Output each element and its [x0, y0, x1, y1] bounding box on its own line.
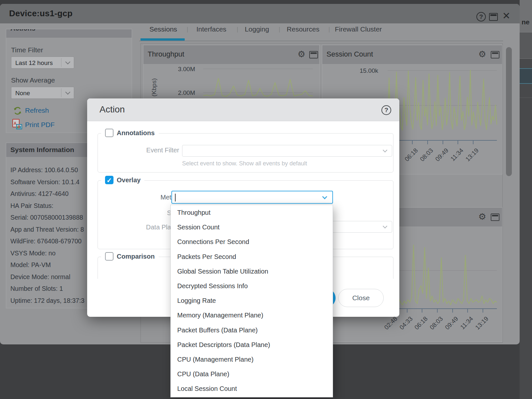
dropdown-item[interactable]: Packet Descriptors (Data Plane): [171, 338, 333, 352]
refresh-link[interactable]: Refresh: [25, 107, 49, 114]
divider: [520, 97, 532, 98]
comparison-legend: Comparison: [101, 252, 159, 261]
event-filter-helper-text: Select event to show. Show all events by…: [182, 160, 307, 167]
print-pdf-icon: A: [12, 119, 23, 130]
annotations-fieldset: Annotations Event Filter Select event to…: [98, 133, 393, 173]
tab-firewall-cluster[interactable]: Firewall Cluster: [335, 25, 382, 33]
system-info-row: Number of Slots: 1: [10, 285, 63, 292]
throughput-panel-header: Throughput ⚙: [143, 45, 319, 64]
dropdown-item[interactable]: Decrypted Sessions Info: [171, 279, 333, 293]
y-tick-label: 3.00M: [169, 66, 195, 73]
dropdown-item[interactable]: Local Session Count: [171, 381, 333, 396]
session-count-panel-title: Session Count: [326, 50, 373, 58]
system-info-row: Serial: 007058000139888: [10, 214, 83, 221]
tab-sessions[interactable]: Sessions: [149, 25, 177, 33]
gear-icon[interactable]: ⚙: [298, 50, 305, 59]
dropdown-item[interactable]: CPU (Data Plane): [171, 367, 333, 381]
tab-interfaces[interactable]: Interfaces: [196, 25, 226, 33]
gear-icon[interactable]: ⚙: [478, 50, 486, 59]
tab-separator: |: [187, 26, 188, 33]
restore-window-icon[interactable]: [489, 13, 498, 21]
popout-icon[interactable]: [309, 51, 318, 58]
overlay-label: Overlay: [117, 176, 140, 184]
window-titlebar: Device:us1-gcp ? ✕: [0, 4, 520, 23]
metric-dropdown-list: ThroughputSession CountConnections Per S…: [170, 205, 333, 397]
throughput-panel-title: Throughput: [148, 50, 184, 58]
show-average-select[interactable]: None: [11, 87, 74, 99]
session-count-chart: [388, 65, 497, 145]
vertical-scrollbar-thumb[interactable]: [506, 47, 512, 176]
close-button[interactable]: Close: [338, 289, 384, 307]
system-info-row: Device Mode: normal: [10, 273, 70, 281]
active-tab-underline: [140, 38, 185, 41]
actions-panel-header: Actions: [6, 29, 132, 38]
tab-separator: |: [328, 26, 330, 33]
event-filter-label: Event Filter: [121, 147, 179, 154]
text-caret: [175, 194, 176, 201]
dropdown-item[interactable]: CPU (Management Plane): [171, 352, 333, 367]
background-page-strip: ne (%): [520, 0, 532, 399]
dropdown-item[interactable]: Throughput: [171, 205, 333, 220]
gear-icon[interactable]: ⚙: [478, 212, 486, 221]
system-info-row: WildFire: 676408-679700: [10, 238, 82, 245]
overlay-checkbox[interactable]: ✓: [105, 176, 113, 184]
system-info-row: HA Pair Status:: [10, 202, 53, 210]
annotations-checkbox[interactable]: [105, 129, 113, 137]
metric-label: Metric: [120, 194, 178, 201]
time-filter-select[interactable]: Last 12 hours: [11, 57, 74, 69]
dropdown-item[interactable]: Packets Per Second: [171, 250, 333, 264]
y-tick-label: 15.00k: [352, 67, 378, 74]
system-info-row: Model: PA-VM: [10, 261, 51, 269]
event-filter-select[interactable]: [182, 145, 392, 157]
dropdown-item[interactable]: Packet Buffers (Data Plane): [171, 323, 333, 338]
tab-separator: |: [279, 26, 280, 33]
system-info-row: Software Version: 10.1.4: [10, 178, 79, 186]
tab-resources[interactable]: Resources: [287, 25, 319, 33]
annotations-label: Annotations: [117, 129, 155, 137]
dropdown-item[interactable]: Logging Rate: [171, 293, 333, 308]
divider: [139, 41, 503, 41]
tab-separator: |: [237, 26, 238, 33]
popout-icon[interactable]: [491, 213, 499, 221]
chevron-down-icon: [383, 224, 387, 228]
metric-combobox[interactable]: [171, 191, 333, 204]
background-row: ne: [520, 0, 532, 32]
bottom-metric-chart: [388, 230, 497, 313]
background-text-fragment: ne: [522, 18, 530, 26]
actions-panel-title: Actions: [10, 29, 35, 32]
dropdown-item[interactable]: Memory (Management Plane): [171, 308, 333, 323]
refresh-icon: [13, 107, 22, 115]
comparison-label: Comparison: [117, 253, 155, 260]
chevron-down-icon: [65, 59, 71, 65]
help-icon[interactable]: ?: [476, 12, 486, 21]
background-highlight-row: [520, 68, 532, 84]
session-count-panel-header: Session Count ⚙: [322, 45, 502, 64]
dropdown-item[interactable]: Connections Per Second: [171, 235, 333, 249]
system-info-row: App and Threat Version: 8: [10, 226, 84, 233]
action-modal-title: Action: [100, 104, 125, 115]
popout-icon[interactable]: [491, 51, 499, 58]
comparison-checkbox[interactable]: [105, 252, 113, 261]
dropdown-item[interactable]: Session Count: [171, 220, 333, 235]
overlay-legend: ✓ Overlay: [101, 176, 144, 184]
metric-input[interactable]: [175, 192, 318, 202]
data-plane-label: Data Plane: [120, 224, 178, 231]
dropdown-item[interactable]: Global Session Table Utilization: [171, 264, 333, 279]
print-pdf-link[interactable]: Print PDF: [25, 121, 55, 129]
system-info-row: Antivirus: 4127-4640: [10, 190, 69, 198]
close-icon[interactable]: ✕: [501, 11, 511, 21]
annotations-legend: Annotations: [101, 129, 159, 137]
show-average-label: Show Average: [11, 76, 55, 84]
time-filter-label: Time Filter: [11, 46, 43, 54]
throughput-y-axis-label: (Kbps): [151, 78, 158, 97]
system-info-row: VSYS Mode: no: [10, 250, 56, 257]
system-info-row: IP Address: 100.64.0.50: [10, 166, 78, 174]
background-row: (%): [520, 33, 532, 59]
chevron-down-icon: [383, 148, 387, 152]
chevron-down-icon[interactable]: [322, 194, 327, 200]
chevron-down-icon: [65, 90, 71, 95]
action-modal-header: Action ?: [87, 98, 399, 121]
slot-label: Slot: [120, 209, 178, 217]
tab-logging[interactable]: Logging: [245, 25, 269, 33]
help-icon[interactable]: ?: [381, 105, 391, 115]
